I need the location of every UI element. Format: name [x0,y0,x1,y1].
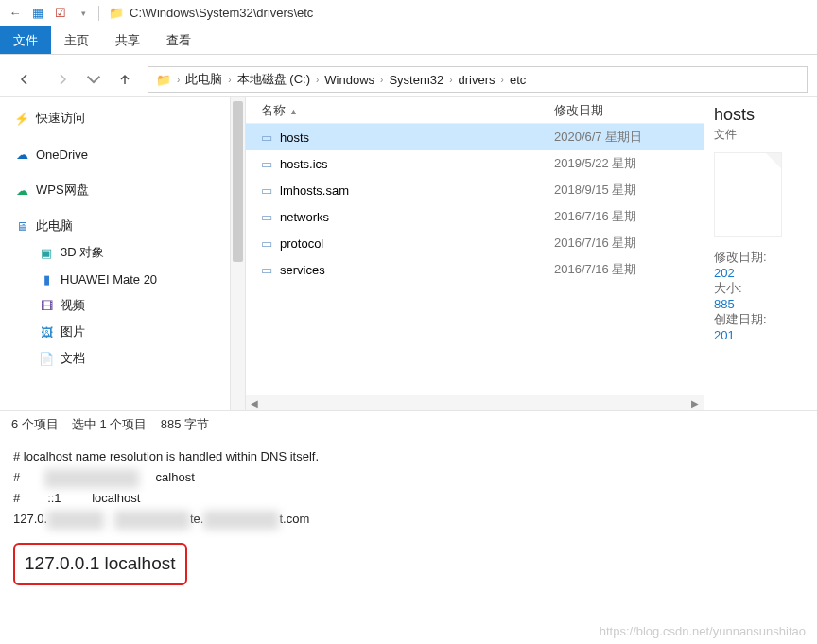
qat-properties-icon[interactable]: ▦ [26,3,49,24]
tab-home[interactable]: 主页 [51,26,102,54]
tree-item[interactable]: 🖥此电脑 [13,213,241,239]
status-bytes: 885 字节 [161,417,209,431]
col-date-header[interactable]: 修改日期 [554,103,603,117]
file-date: 2020/6/7 星期日 [548,129,652,146]
file-name: protocol [280,236,323,251]
sort-indicator-icon: ▲ [289,107,298,116]
tree-item-icon: ☁ [13,183,30,198]
status-selection: 选中 1 个项目 [72,417,147,431]
preview-title: hosts [714,105,808,125]
hosts-line-1: # localhost name resolution is handled w… [13,446,804,467]
qat-dropdown-icon[interactable]: ▾ [72,3,95,24]
qat-check-icon[interactable]: ☑ [49,3,72,24]
hosts-line-3: # ::1 localhost [13,488,804,509]
prop-size-value: 885 [714,297,808,311]
tree-item-icon: ▣ [38,246,55,260]
hosts-line-4: 127.0. te.t.com [13,509,804,530]
tree-item-icon: 🖼 [38,325,55,339]
nav-row: 📁 › 此电脑› 本地磁盘 (C:)› Windows› System32› d… [0,62,817,96]
breadcrumb-segment[interactable]: 本地磁盘 (C:) [237,71,310,88]
tree-item-label: 此电脑 [36,218,73,235]
breadcrumb-segment[interactable]: System32 [389,73,443,87]
file-name: services [280,263,325,277]
file-row[interactable]: ▭hosts2020/6/7 星期日 [246,124,704,150]
status-bar: 6 个项目 选中 1 个项目 885 字节 [0,410,817,437]
breadcrumb[interactable]: 📁 › 此电脑› 本地磁盘 (C:)› Windows› System32› d… [148,66,808,93]
tree-item[interactable]: ⚡快速访问 [13,105,241,131]
col-name-header[interactable]: 名称 [261,103,286,117]
tree-item-label: 快速访问 [36,110,85,127]
nav-up-button[interactable] [110,66,140,93]
nav-scrollbar[interactable] [230,97,245,410]
file-name: hosts.ics [280,157,328,171]
tree-item[interactable]: ▮HUAWEI Mate 20 [13,266,241,292]
nav-history-dropdown[interactable] [85,66,102,93]
title-path-text: C:\Windows\System32\drivers\etc [130,6,313,20]
file-list: 名称▲ 修改日期 ▭hosts2020/6/7 星期日▭hosts.ics201… [246,97,704,410]
file-icon: ▭ [261,236,272,251]
tree-item-icon: ⚡ [13,112,30,126]
column-headers[interactable]: 名称▲ 修改日期 [246,97,704,124]
tab-share[interactable]: 共享 [102,26,153,54]
tree-item-label: 视频 [61,297,85,314]
qat-separator [98,6,99,21]
horizontal-scrollbar[interactable]: ◀ ▶ [246,395,704,410]
tree-item[interactable]: ▣3D 对象 [13,239,241,266]
file-icon: ▭ [261,210,272,224]
file-date: 2016/7/16 星期 [548,235,652,252]
file-area: 名称▲ 修改日期 ▭hosts2020/6/7 星期日▭hosts.ics201… [246,97,817,410]
preview-properties: 修改日期: 202 大小: 885 创建日期: 201 [714,249,808,342]
file-row[interactable]: ▭networks2016/7/16 星期 [246,203,704,230]
tab-view[interactable]: 查看 [153,26,204,54]
prop-cdate-value: 201 [714,328,808,342]
explorer-body: ⚡快速访问☁OneDrive☁WPS网盘🖥此电脑▣3D 对象▮HUAWEI Ma… [0,96,817,410]
tree-item-icon: ☁ [13,148,30,162]
tree-item-icon: 🖥 [13,219,30,234]
hosts-content: # localhost name resolution is handled w… [0,437,817,595]
file-date: 2016/7/16 星期 [548,261,652,278]
file-name: networks [280,210,329,224]
tree-item[interactable]: ☁OneDrive [13,141,241,167]
nav-forward-button[interactable] [47,66,78,93]
scroll-left-icon[interactable]: ◀ [248,398,261,409]
hosts-line-2: # calhost [13,467,804,488]
prop-cdate-label: 创建日期: [714,311,808,328]
tree-item[interactable]: ☁WPS网盘 [13,177,241,203]
breadcrumb-segment[interactable]: etc [510,73,526,87]
tree-item-label: OneDrive [36,148,88,162]
tree-item-label: 文档 [61,350,85,367]
tree-item-label: 3D 对象 [61,244,104,261]
scroll-right-icon[interactable]: ▶ [688,398,702,409]
preview-subtitle: 文件 [714,127,808,143]
file-row[interactable]: ▭protocol2016/7/16 星期 [246,230,704,256]
titlebar: ← ▦ ☑ ▾ 📁 C:\Windows\System32\drivers\et… [0,0,817,26]
tree-item-label: 图片 [61,323,85,340]
tree-item[interactable]: 🎞视频 [13,292,241,319]
breadcrumb-segment[interactable]: drivers [459,73,495,87]
tree-item[interactable]: 📄文档 [13,345,241,372]
prop-mdate-value: 202 [714,266,808,280]
file-row[interactable]: ▭lmhosts.sam2018/9/15 星期 [246,177,704,203]
ribbon-tabs: 文件 主页 共享 查看 [0,26,817,55]
qat-back-icon[interactable]: ← [4,3,26,24]
tab-file[interactable]: 文件 [0,26,51,54]
breadcrumb-segment[interactable]: Windows [324,73,374,87]
folder-icon: 📁 [109,6,124,20]
file-name: hosts [280,131,309,145]
nav-back-button[interactable] [9,66,40,93]
file-date: 2018/9/15 星期 [548,182,652,199]
window-title: 📁 C:\Windows\System32\drivers\etc [109,6,313,20]
tree-item[interactable]: 🖼图片 [13,319,241,345]
tree-item-label: WPS网盘 [36,182,89,199]
file-icon: ▭ [261,131,272,145]
breadcrumb-segment[interactable]: 此电脑 [185,71,222,88]
file-row[interactable]: ▭hosts.ics2019/5/22 星期 [246,150,704,177]
prop-size-label: 大小: [714,280,808,297]
status-count: 6 个项目 [11,416,59,433]
file-icon: ▭ [261,157,272,171]
tree-item-icon: ▮ [38,272,55,287]
file-date: 2016/7/16 星期 [548,208,652,225]
preview-pane: hosts 文件 修改日期: 202 大小: 885 创建日期: 201 [704,97,817,410]
nav-tree[interactable]: ⚡快速访问☁OneDrive☁WPS网盘🖥此电脑▣3D 对象▮HUAWEI Ma… [0,97,246,410]
file-row[interactable]: ▭services2016/7/16 星期 [246,256,704,283]
